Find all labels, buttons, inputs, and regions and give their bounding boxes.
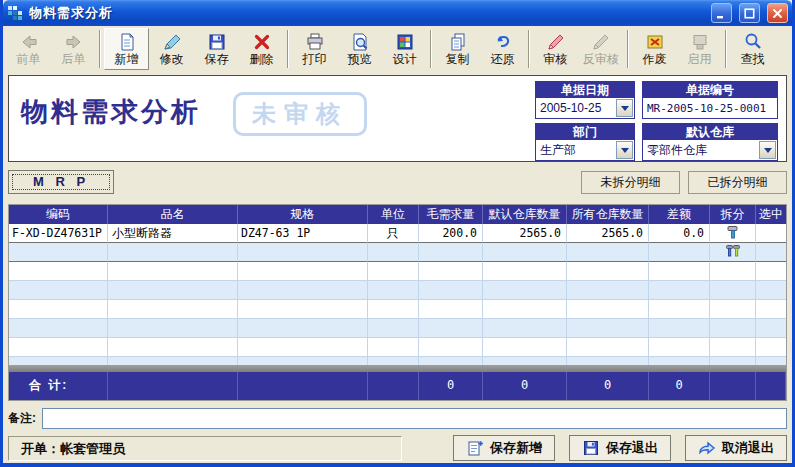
toolbar-button-design[interactable]: 设计 (382, 28, 427, 70)
toolbar-button-preview[interactable]: 预览 (337, 28, 382, 70)
window-title: 物料需求分析 (29, 4, 704, 22)
save-exit-floppy-icon (582, 439, 600, 457)
col-header-code[interactable]: 编码 (9, 205, 108, 224)
chevron-down-icon (764, 148, 772, 153)
total-difference: 0 (649, 372, 710, 400)
titlebar: 物料需求分析 (3, 0, 792, 26)
split-hammer-icon (725, 224, 741, 240)
toolbar-separator (287, 30, 289, 68)
table-row-empty[interactable] (9, 300, 786, 319)
field-default-warehouse: 默认仓库 零部件仓库 (642, 123, 778, 161)
table-header-row: 编码 品名 规格 单位 毛需求量 默认仓库数量 所有仓库数量 差额 拆分 选中 (9, 205, 786, 224)
total-label: 合 计: (9, 372, 108, 400)
cell-selected[interactable] (756, 224, 786, 243)
save-exit-button[interactable]: 保存退出 (569, 435, 671, 461)
total-all-wh-qty: 0 (567, 372, 649, 400)
total-gross-demand: 0 (419, 372, 483, 400)
doc-date-dropdown[interactable]: 2005-10-25 (536, 98, 634, 118)
toolbar-button-print[interactable]: 打印 (292, 28, 337, 70)
col-header-unit[interactable]: 单位 (368, 205, 419, 224)
mrp-button[interactable]: M R P (8, 170, 114, 194)
remark-row: 备注: (8, 408, 787, 429)
doc-number-input[interactable]: MR-2005-10-25-0001 (643, 98, 777, 118)
creator-status-panel: 开单：帐套管理员 (8, 436, 402, 461)
default-warehouse-dropdown[interactable]: 零部件仓库 (643, 140, 777, 160)
print-printer-icon (305, 32, 325, 52)
cancel-exit-button[interactable]: 取消退出 (685, 435, 787, 461)
toolbar-button-delete[interactable]: 删除 (239, 28, 284, 70)
close-icon (772, 8, 783, 19)
toolbar-button-void[interactable]: 作废 (632, 28, 677, 70)
close-button[interactable] (767, 3, 788, 23)
table-row-partial[interactable] (9, 357, 786, 365)
table-row-empty[interactable] (9, 281, 786, 300)
footer-row: 开单：帐套管理员 保存新增 保存退出 取消退出 (8, 435, 787, 461)
cell-split[interactable] (710, 243, 756, 262)
minimize-button[interactable] (711, 3, 732, 23)
table-row-data[interactable]: F-XD-DZ47631P 小型断路器 DZ47-63 1P 只 200.0 2… (9, 224, 786, 243)
col-header-name[interactable]: 品名 (108, 205, 238, 224)
col-header-spec[interactable]: 规格 (238, 205, 368, 224)
maximize-button[interactable] (739, 3, 760, 23)
col-header-gross-demand[interactable]: 毛需求量 (419, 205, 483, 224)
delete-x-icon (252, 32, 272, 52)
toolbar-button-unaudit[interactable]: 反审核 (578, 28, 624, 70)
prev-arrow-icon (19, 32, 39, 52)
cell-split[interactable] (710, 224, 756, 243)
save-new-label: 保存新增 (490, 439, 542, 457)
remark-input[interactable] (42, 408, 787, 429)
cell-spec: DZ47-63 1P (238, 224, 368, 243)
restore-undo-icon (493, 32, 513, 52)
form-title: 物料需求分析 (21, 94, 201, 130)
save-new-doc-icon (466, 439, 484, 457)
department-dropdown[interactable]: 生产部 (536, 140, 634, 160)
toolbar-button-prev[interactable]: 前单 (6, 28, 51, 70)
design-grid-icon (395, 32, 415, 52)
unsplit-detail-button[interactable]: 未拆分明细 (581, 171, 680, 194)
toolbar-button-modify[interactable]: 修改 (149, 28, 194, 70)
toolbar-separator (430, 30, 432, 68)
doc-date-value: 2005-10-25 (536, 101, 616, 115)
table-row-empty[interactable] (9, 319, 786, 338)
doc-date-dropdown-button[interactable] (616, 99, 633, 117)
cell-all-wh-qty: 2565.0 (567, 224, 649, 243)
cancel-exit-label: 取消退出 (722, 439, 774, 457)
col-header-default-wh-qty[interactable]: 默认仓库数量 (483, 205, 567, 224)
split-multi-hammer-icon (725, 243, 741, 259)
col-header-difference[interactable]: 差额 (649, 205, 710, 224)
toolbar-button-find[interactable]: 查找 (730, 28, 775, 70)
save-exit-label: 保存退出 (606, 439, 658, 457)
department-dropdown-button[interactable] (616, 141, 633, 159)
enable-stamp-icon (690, 32, 710, 52)
table-row-empty[interactable] (9, 262, 786, 281)
toolbar: 前单 后单 新增 修改 保存 删除 打印 预览 (3, 26, 792, 72)
table-row-empty[interactable] (9, 338, 786, 357)
chevron-down-icon (621, 106, 629, 111)
col-header-all-wh-qty[interactable]: 所有仓库数量 (567, 205, 649, 224)
toolbar-button-copy[interactable]: 复制 (435, 28, 480, 70)
preview-magnifier-doc-icon (350, 32, 370, 52)
chevron-down-icon (621, 148, 629, 153)
split-detail-button[interactable]: 已拆分明细 (688, 171, 787, 194)
minimize-icon (716, 8, 727, 19)
toolbar-button-save[interactable]: 保存 (194, 28, 239, 70)
toolbar-button-next[interactable]: 后单 (51, 28, 96, 70)
col-header-split[interactable]: 拆分 (710, 205, 756, 224)
toolbar-button-audit[interactable]: 审核 (533, 28, 578, 70)
form-content: 物料需求分析 未审核 单据日期 2005-10-25 单据编号 MR-2005-… (3, 72, 792, 461)
document-header-panel: 物料需求分析 未审核 单据日期 2005-10-25 单据编号 MR-2005-… (8, 75, 787, 162)
total-default-wh-qty: 0 (483, 372, 567, 400)
col-header-selected[interactable]: 选中 (756, 205, 786, 224)
default-warehouse-value: 零部件仓库 (643, 142, 759, 159)
department-label: 部门 (536, 124, 634, 140)
toolbar-button-restore[interactable]: 还原 (480, 28, 525, 70)
toolbar-separator (528, 30, 530, 68)
audit-pencil-icon (546, 32, 566, 52)
toolbar-button-enable[interactable]: 启用 (677, 28, 722, 70)
table-row-current[interactable] (9, 243, 786, 262)
save-new-button[interactable]: 保存新增 (453, 435, 555, 461)
default-warehouse-dropdown-button[interactable] (759, 141, 776, 159)
cancel-exit-arrow-icon (698, 439, 716, 457)
actions-row: M R P 未拆分明细 已拆分明细 (8, 170, 787, 194)
toolbar-button-new[interactable]: 新增 (104, 28, 149, 70)
